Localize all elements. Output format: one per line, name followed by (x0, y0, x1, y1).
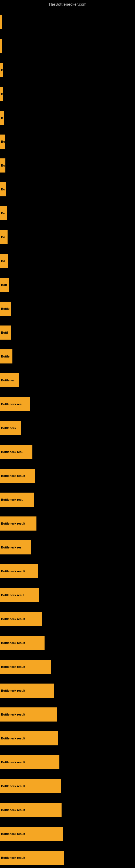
bar: B (0, 87, 3, 101)
bar-label: Bottleneck resu (1, 450, 24, 454)
bar-label: Bottlenec (1, 379, 14, 382)
bar: Bottleneck result (0, 803, 61, 817)
bar: Bottleneck result (0, 779, 61, 793)
bar-label: B (1, 68, 3, 72)
bar: Bottleneck result (0, 755, 59, 769)
bar: Bottleneck result (0, 850, 64, 865)
bar-row: Bottleneck result (0, 774, 135, 798)
bar: Bottleneck result (0, 612, 42, 626)
bar-label: Bo (1, 236, 5, 239)
bar-row: Bottleneck resu (0, 488, 135, 512)
bar-label: Bottleneck result (1, 522, 25, 525)
bar: Bottleneck result (0, 707, 57, 721)
bar: Bottle (0, 302, 11, 316)
bar-row: Bottleneck res (0, 392, 135, 416)
bar: Bottleneck result (0, 684, 54, 698)
bar-label: B (1, 92, 3, 95)
bar-label: Bottle (1, 355, 9, 358)
bar-label: Bo (1, 140, 5, 143)
bar-row: Bottleneck resu (0, 440, 135, 464)
bar-row: Bottleneck result (0, 607, 135, 631)
bar-label: Bott (1, 283, 7, 286)
bar: Bottlenec (0, 373, 19, 388)
bar: Bottleneck resul (0, 588, 39, 602)
bar-label: Bottleneck result (1, 856, 25, 859)
bar: B (0, 63, 3, 77)
bar-row: Bo (0, 130, 135, 154)
bar-row: Bottleneck res (0, 535, 135, 559)
bar-label: Bottleneck result (1, 569, 25, 573)
bar-label: Bottleneck res (1, 546, 21, 549)
bar-row: Bottl (0, 321, 135, 344)
bar: Bottleneck (0, 421, 21, 435)
site-title: TheBottlenecker.com (0, 0, 135, 8)
bar-row: Bottleneck result (0, 726, 135, 750)
bar-label: Bottleneck result (1, 665, 25, 669)
bar-label: Bottleneck result (1, 474, 25, 477)
bar-row: Bo (0, 249, 135, 273)
bar-row (0, 34, 135, 58)
bar (0, 15, 2, 29)
bar-row (0, 10, 135, 34)
bar-label: Bottleneck resu (1, 498, 24, 501)
bar-row: Bottleneck result (0, 798, 135, 822)
bar: B (0, 111, 4, 125)
bar-row: B (0, 82, 135, 106)
bar-label: Bottleneck result (1, 808, 25, 812)
bar-row: Bottle (0, 344, 135, 368)
bar-row: Bo (0, 201, 135, 225)
bar-label: B (1, 116, 3, 119)
bar: Bottleneck result (0, 517, 37, 531)
bar: Bottleneck resu (0, 445, 32, 459)
bar: Bo (0, 182, 6, 196)
bar-label: Bottl (1, 331, 8, 334)
bar: Bo (0, 206, 7, 220)
bar: Bottleneck result (0, 564, 38, 578)
bar-row: Bottleneck result (0, 750, 135, 774)
bar: Bottleneck res (0, 540, 31, 554)
bar-label: Bo (1, 212, 5, 215)
bar-row: Bottleneck result (0, 631, 135, 655)
bar-row: Bottleneck result (0, 655, 135, 679)
bar: Bott (0, 278, 9, 292)
bar-label: Bo (1, 259, 5, 262)
bar: Bottle (0, 349, 12, 364)
bar-label: Bottleneck result (1, 737, 25, 740)
bar (0, 39, 2, 53)
bar-row: Bottleneck (0, 416, 135, 440)
bar-row: Bottleneck result (0, 464, 135, 488)
bar-label: Bottleneck result (1, 641, 25, 645)
bar-row: Bottleneck resul (0, 583, 135, 607)
bar: Bottleneck result (0, 827, 63, 841)
bar-label: Bottleneck result (1, 784, 25, 788)
bar-label: Bottleneck result (1, 713, 25, 716)
bar-row: Bo (0, 154, 135, 177)
bar-row: B (0, 58, 135, 82)
bar-row: Bottleneck result (0, 679, 135, 703)
bar: Bo (0, 134, 5, 149)
bar-row: Bottleneck result (0, 512, 135, 535)
bar-row: Bottleneck result (0, 822, 135, 846)
bars-container: BBBBoBoBoBoBoBoBottBottleBottlBottleBott… (0, 8, 135, 868)
bar-row: Bo (0, 177, 135, 201)
bar-row: Bottleneck result (0, 846, 135, 868)
bar: Bo (0, 230, 8, 244)
bar: Bo (0, 254, 8, 268)
bar-label: Bottle (1, 307, 9, 310)
bar-label: Bo (1, 188, 5, 191)
bar-label: Bottleneck res (1, 403, 21, 406)
bar-label: Bo (1, 164, 5, 167)
bar-label: Bottleneck (1, 426, 16, 430)
bar-label: Bottleneck result (1, 689, 25, 692)
bar-row: Bott (0, 273, 135, 297)
bar-row: Bottle (0, 297, 135, 321)
bar: Bottleneck result (0, 636, 45, 650)
bar-label: Bottleneck result (1, 832, 25, 835)
bar-label: Bottleneck result (1, 617, 25, 621)
bar: Bottleneck res (0, 397, 30, 411)
bar-label: Bottleneck result (1, 761, 25, 764)
bar: Bo (0, 158, 5, 173)
bar: Bottleneck resu (0, 493, 34, 507)
bar-row: Bottlenec (0, 368, 135, 392)
bar: Bottleneck result (0, 731, 58, 745)
